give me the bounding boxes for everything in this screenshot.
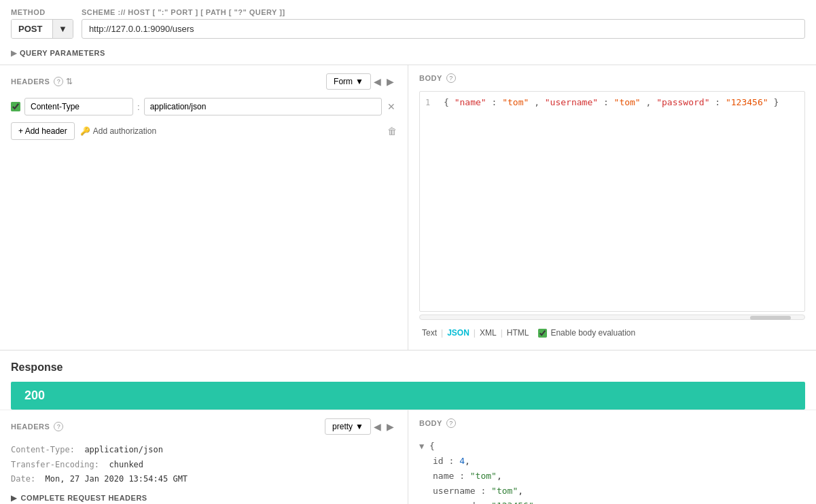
response-body-json: ▼ { id : 4, name : "tom", username : "to (419, 436, 805, 504)
resp-header-name-3: Date: (11, 474, 35, 484)
body-scrollbar[interactable] (419, 314, 805, 320)
json-password-row: password : "123456" (433, 499, 805, 504)
add-auth-label: Add authorization (93, 126, 156, 136)
resp-header-value-1: application/json (84, 445, 163, 454)
json-name-value: "tom" (502, 97, 529, 107)
json-password-value: "123456" (726, 97, 768, 107)
body-info-icon[interactable]: ? (446, 73, 456, 83)
url-section: SCHEME :// HOST [ ":" PORT ] [ PATH [ "?… (82, 8, 805, 39)
format-text-button[interactable]: Text (419, 327, 440, 339)
resp-header-row-3: Date: Mon, 27 Jan 2020 13:54:45 GMT (11, 472, 397, 487)
json-id-row: id : 4, (433, 454, 805, 469)
add-header-button[interactable]: + Add header (11, 122, 75, 140)
query-params-arrow: ▶ (11, 48, 17, 58)
headers-sort-icon[interactable]: ⇅ (66, 77, 73, 86)
body-title: BODY (419, 74, 442, 82)
response-headers-panel-header: HEADERS ? pretty ▼ ◀ ▶ (11, 418, 397, 435)
method-value: POST (12, 20, 52, 38)
body-editor[interactable]: 1 { "name" : "tom" , "username" : "tom" … (419, 91, 805, 312)
url-row: METHOD POST ▼ SCHEME :// HOST [ ":" PORT… (11, 8, 805, 39)
pretty-dropdown-button[interactable]: pretty ▼ (325, 418, 371, 435)
remove-header-button-1[interactable]: ✕ (386, 100, 397, 113)
header-value-input-1[interactable] (144, 98, 382, 115)
body-toolbar: Text | JSON | XML | HTML Enable body eva… (419, 323, 805, 342)
json-name-key: "name" (455, 97, 486, 107)
complete-req-label: COMPLETE REQUEST HEADERS (21, 494, 147, 502)
header-colon-1: : (137, 102, 140, 112)
method-label: METHOD (11, 8, 73, 16)
pretty-arrow: ▼ (355, 422, 363, 431)
response-body-title: BODY (419, 419, 442, 427)
form-arrow: ▼ (355, 77, 363, 86)
main-area: HEADERS ? ⇅ Form ▼ ◀ ▶ : ✕ + Add header … (0, 65, 816, 350)
response-headers-info-icon[interactable]: ? (54, 422, 63, 431)
response-body-panel: BODY ? ▼ { id : 4, name : "tom", (408, 410, 816, 504)
scrollbar-thumb (750, 316, 791, 320)
method-section: METHOD POST ▼ (11, 8, 73, 39)
format-xml-button[interactable]: XML (477, 327, 499, 339)
resp-header-name-2: Transfer-Encoding: (11, 460, 99, 469)
header-row-1: : ✕ (11, 98, 397, 115)
response-expand-right[interactable]: ▶ (384, 418, 397, 435)
resp-header-value-2: chunked (109, 460, 144, 469)
enable-eval-section: Enable body evaluation (538, 328, 635, 338)
headers-collapse-left[interactable]: ◀ (371, 73, 384, 90)
form-dropdown-button[interactable]: Form ▼ (326, 73, 371, 90)
tree-collapse-arrow[interactable]: ▼ (419, 442, 424, 451)
headers-info-icon[interactable]: ? (54, 77, 63, 86)
json-id-value: 4 (459, 456, 465, 466)
response-body-info-icon[interactable]: ? (446, 418, 456, 428)
pretty-label: pretty (332, 422, 353, 431)
json-username-key: "username" (545, 97, 598, 107)
format-html-button[interactable]: HTML (504, 327, 532, 339)
line-number-1: 1 (425, 98, 430, 107)
response-body-panel-header: BODY ? (419, 418, 805, 428)
header-key-input-1[interactable] (24, 98, 133, 115)
complete-request-toggle[interactable]: ▶ COMPLETE REQUEST HEADERS (11, 487, 397, 504)
response-panels: HEADERS ? pretty ▼ ◀ ▶ Content-Type: app… (0, 410, 816, 504)
headers-panel-header: HEADERS ? ⇅ Form ▼ ◀ ▶ (11, 73, 397, 90)
response-headers-list: Content-Type: application/json Transfer-… (11, 443, 397, 487)
delete-all-headers-button[interactable]: 🗑 (387, 126, 397, 137)
enable-eval-label: Enable body evaluation (550, 328, 635, 338)
json-close-brace: } (773, 97, 779, 107)
json-password-val: "123456" (491, 501, 534, 504)
headers-panel: HEADERS ? ⇅ Form ▼ ◀ ▶ : ✕ + Add header … (0, 65, 408, 350)
query-params-toggle[interactable]: ▶ QUERY PARAMETERS (11, 44, 805, 65)
response-headers-panel: HEADERS ? pretty ▼ ◀ ▶ Content-Type: app… (0, 410, 408, 504)
url-input[interactable] (82, 19, 805, 39)
header-checkbox-1[interactable] (11, 102, 20, 111)
resp-header-row-2: Transfer-Encoding: chunked (11, 458, 397, 473)
json-root-open: ▼ { (419, 439, 805, 454)
body-panel: BODY ? 1 { "name" : "tom" , "username" :… (408, 65, 816, 350)
json-open-brace: { (444, 97, 449, 107)
status-bar: 200 (11, 382, 805, 410)
method-select[interactable]: POST ▼ (11, 19, 73, 39)
headers-expand-right[interactable]: ▶ (384, 73, 397, 90)
top-section: METHOD POST ▼ SCHEME :// HOST [ ":" PORT… (0, 0, 816, 65)
body-panel-header: BODY ? (419, 73, 805, 83)
response-section: Response 200 (0, 350, 816, 410)
url-label: SCHEME :// HOST [ ":" PORT ] [ PATH [ "?… (82, 8, 805, 16)
response-title: Response (11, 361, 805, 374)
enable-eval-checkbox[interactable] (538, 329, 547, 338)
json-username-value: "tom" (614, 97, 641, 107)
key-icon: 🔑 (80, 126, 90, 136)
json-username-row: username : "tom", (433, 484, 805, 499)
headers-actions-row: + Add header 🔑 Add authorization 🗑 (11, 122, 397, 140)
json-name-row: name : "tom", (433, 469, 805, 484)
format-json-button[interactable]: JSON (444, 327, 472, 339)
json-password-key: "password" (656, 97, 709, 107)
json-username-val: "tom" (491, 486, 518, 496)
response-headers-title: HEADERS (11, 422, 50, 431)
resp-header-name-1: Content-Type: (11, 445, 75, 454)
add-auth-button[interactable]: 🔑 Add authorization (80, 126, 156, 136)
complete-req-arrow: ▶ (11, 494, 17, 503)
json-name-val: "tom" (470, 471, 497, 481)
resp-header-row-1: Content-Type: application/json (11, 443, 397, 458)
form-label: Form (334, 77, 353, 86)
response-collapse-left[interactable]: ◀ (371, 418, 384, 435)
method-dropdown-arrow[interactable]: ▼ (52, 20, 73, 38)
resp-header-value-3: Mon, 27 Jan 2020 13:54:45 GMT (46, 474, 188, 484)
query-params-label: QUERY PARAMETERS (20, 49, 105, 57)
